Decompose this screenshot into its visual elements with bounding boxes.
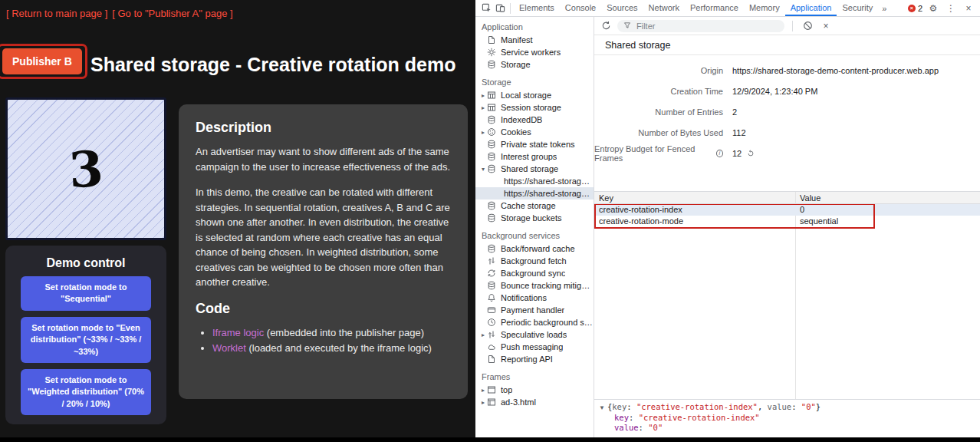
column-header-key[interactable]: Key [594, 192, 795, 203]
tree-arrow-icon[interactable]: ▸ [479, 92, 487, 99]
database-icon [487, 164, 498, 173]
tab-console[interactable]: Console [560, 0, 601, 16]
code-link-worklet[interactable]: Worklet [212, 342, 246, 354]
reset-budget-icon[interactable] [747, 150, 755, 157]
tab-elements[interactable]: Elements [514, 0, 560, 16]
filter-input[interactable] [635, 21, 778, 31]
sidebar-item-back-forward-cache[interactable]: Back/forward cache [475, 242, 594, 255]
nav-link-go-to-publisher-a-page[interactable]: [ Go to "Publisher A" page ] [112, 8, 232, 19]
sidebar-item-manifest[interactable]: Manifest [475, 34, 594, 46]
sidebar-section-background-services: Background servicesBack/forward cacheBac… [475, 229, 594, 365]
metadata-label: Origin [594, 66, 723, 75]
kebab-menu-icon[interactable]: ⋮ [944, 2, 958, 15]
nav-link-return-to-main-page[interactable]: [ Return to main page ] [6, 8, 107, 19]
sidebar-item-local-storage[interactable]: ▸Local storage [475, 89, 594, 101]
sidebar-section-title: Background services [475, 229, 594, 242]
metadata-label: Number of Bytes Used [594, 128, 723, 137]
code-link-iframe-logic[interactable]: Iframe logic [212, 327, 264, 338]
tab-memory[interactable]: Memory [744, 0, 785, 16]
sidebar-item-shared-storage[interactable]: ▾Shared storage [475, 163, 594, 175]
settings-gear-icon[interactable]: ⚙ [926, 2, 940, 15]
sidebar-item-background-fetch[interactable]: Background fetch [475, 255, 594, 267]
table-row-creative-rotation-mode[interactable]: creative-rotation-modesequential [594, 216, 980, 227]
sidebar-item-interest-groups[interactable]: Interest groups [475, 150, 594, 163]
publisher-page: [ Return to main page ][ Go to "Publishe… [0, 0, 475, 437]
sidebar-item-label: Interest groups [501, 152, 557, 161]
sidebar-item-service-workers[interactable]: Service workers [475, 46, 594, 58]
tree-arrow-icon[interactable]: ▾ [479, 166, 487, 173]
sidebar-item-https-shared-storage-d[interactable]: https://shared-storage-d… [475, 175, 594, 187]
tab-performance[interactable]: Performance [685, 0, 744, 16]
metadata-value-text: 112 [732, 128, 746, 137]
error-count-badge[interactable]: 2 [908, 4, 922, 13]
tab-network[interactable]: Network [643, 0, 685, 16]
tree-arrow-icon[interactable]: ▸ [479, 129, 487, 136]
table-row-creative-rotation-index[interactable]: creative-rotation-index0 [594, 204, 980, 216]
sidebar-item-notifications[interactable]: Notifications [475, 292, 594, 304]
cell-value: 0 [795, 204, 980, 216]
filter-input-wrap[interactable] [617, 20, 784, 32]
preview-token: : [629, 413, 639, 422]
sidebar-item-background-sync[interactable]: Background sync [475, 267, 594, 279]
tree-arrow-icon[interactable]: ▸ [479, 332, 487, 338]
sidebar-item-label: Private state tokens [501, 140, 575, 149]
sidebar-item-periodic-background-s[interactable]: Periodic background s… [475, 316, 594, 328]
triangle-expanded-icon[interactable]: ▼ [599, 404, 605, 411]
tab-sources[interactable]: Sources [601, 0, 643, 16]
info-icon[interactable]: i [716, 150, 723, 157]
code-item-text: (embedded into the publisher page) [264, 327, 424, 338]
tab-application[interactable]: Application [785, 0, 837, 16]
sidebar-item-ad-3-html[interactable]: ▸ad-3.html [475, 396, 594, 408]
delete-selected-icon[interactable]: × [819, 19, 833, 33]
tree-arrow-icon[interactable]: ▸ [479, 399, 487, 406]
sidebar-item-payment-handler[interactable]: Payment handler [475, 304, 594, 316]
tree-arrow-icon[interactable]: ▸ [479, 387, 487, 394]
sidebar-item-label: Manifest [501, 35, 533, 45]
sidebar-section-frames: Frames▸top▸ad-3.html [475, 370, 594, 408]
code-list: Iframe logic (embedded into the publishe… [196, 325, 451, 356]
sidebar-item-label: Back/forward cache [501, 244, 575, 253]
refresh-icon[interactable] [599, 19, 613, 33]
sidebar-item-private-state-tokens[interactable]: Private state tokens [475, 138, 594, 150]
preview-token: : [791, 402, 801, 411]
sidebar-item-push-messaging[interactable]: Push messaging [475, 341, 594, 353]
tab-security[interactable]: Security [837, 0, 878, 16]
description-panel: Description An advertiser may want to sh… [179, 104, 468, 399]
sidebar-item-label: Background sync [501, 269, 565, 278]
sidebar-item-https-shared-storage-d[interactable]: https://shared-storage-d… [475, 187, 594, 200]
sidebar-item-label: Storage [501, 60, 531, 69]
more-tabs-chevron[interactable]: » [878, 4, 890, 13]
sidebar-item-session-storage[interactable]: ▸Session storage [475, 101, 594, 114]
frame-ad-icon [487, 397, 498, 407]
sidebar-item-cache-storage[interactable]: Cache storage [475, 200, 594, 212]
database-icon [487, 281, 498, 290]
close-devtools-icon[interactable]: × [962, 2, 975, 15]
sidebar-item-speculative-loads[interactable]: ▸Speculative loads [475, 328, 594, 341]
preview-summary-row[interactable]: ▼{key: "creative-rotation-index", value:… [599, 402, 975, 413]
sidebar-section-title: Application [475, 20, 594, 34]
set-rotation-mode-button-0[interactable]: Set rotation mode to "Sequential" [21, 276, 151, 311]
database-icon [487, 152, 498, 161]
metadata-value-text: 12 [732, 149, 742, 158]
sidebar-item-indexeddb[interactable]: IndexedDB [475, 114, 594, 126]
sidebar-item-storage-buckets[interactable]: Storage buckets [475, 212, 594, 224]
set-rotation-mode-button-1[interactable]: Set rotation mode to "Even distribution"… [21, 317, 151, 363]
preview-token: value [768, 402, 792, 411]
filter-funnel-icon [623, 21, 631, 31]
device-toolbar-icon[interactable] [493, 2, 507, 15]
metadata-row-number-of-entries: Number of Entries2 [594, 101, 980, 122]
sidebar-item-top[interactable]: ▸top [475, 384, 594, 396]
sidebar-item-storage[interactable]: Storage [475, 58, 594, 71]
publisher-b-button[interactable]: Publisher B [2, 48, 82, 74]
column-header-value[interactable]: Value [795, 192, 980, 203]
preview-child-row-key[interactable]: key: "creative-rotation-index" [599, 413, 975, 423]
delete-all-icon[interactable] [801, 19, 814, 33]
tree-arrow-icon[interactable]: ▸ [479, 104, 487, 111]
sidebar-item-bounce-tracking-mitiga[interactable]: Bounce tracking mitiga… [475, 279, 594, 292]
preview-child-row-value[interactable]: value: "0" [599, 423, 975, 433]
set-rotation-mode-button-2[interactable]: Set rotation mode to "Weighted distribut… [21, 369, 151, 415]
sidebar-item-reporting-api[interactable]: Reporting API [475, 353, 594, 365]
inspect-icon[interactable] [479, 2, 493, 15]
metadata-label: Entropy Budget for Fenced Framesi [594, 144, 723, 163]
sidebar-item-cookies[interactable]: ▸Cookies [475, 126, 594, 138]
